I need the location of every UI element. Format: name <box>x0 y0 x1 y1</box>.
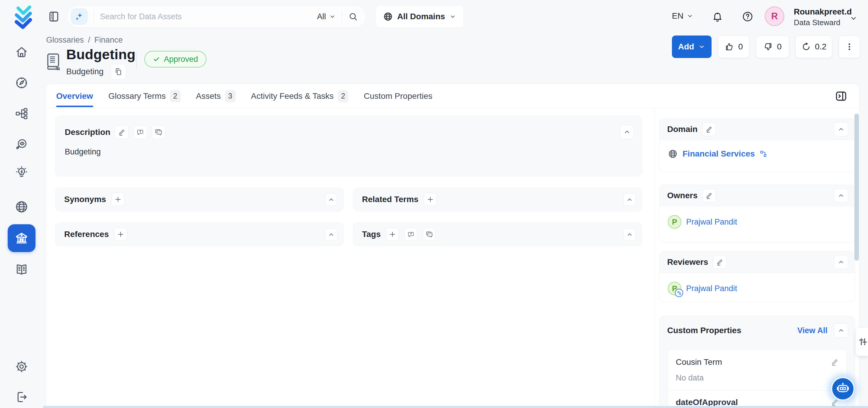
synonyms-label: Synonyms <box>64 195 106 204</box>
docked-widget-handle[interactable] <box>856 327 868 356</box>
upvote-button[interactable]: 0 <box>718 35 749 58</box>
compass-icon <box>15 76 28 90</box>
nav-logout[interactable] <box>14 390 29 404</box>
language-dropdown[interactable]: EN <box>672 11 693 21</box>
downvote-button[interactable]: 0 <box>756 35 789 58</box>
collapse-related-terms-button[interactable] <box>623 194 636 206</box>
chevron-up-icon <box>626 231 633 238</box>
global-search[interactable]: Search for Data Assets All <box>67 5 366 28</box>
nav-explore[interactable] <box>14 76 29 90</box>
search-scope-dropdown[interactable]: All <box>317 12 336 21</box>
nav-lineage[interactable] <box>14 107 29 121</box>
observability-icon <box>15 137 28 151</box>
domains-filter-dropdown[interactable]: All Domains <box>376 5 464 28</box>
tab-activity-feeds[interactable]: Activity Feeds & Tasks2 <box>251 84 349 108</box>
add-button[interactable]: Add <box>672 35 712 58</box>
edit-icon[interactable] <box>831 358 839 366</box>
version-button[interactable]: 0.2 <box>796 35 832 58</box>
request-tags-button[interactable] <box>404 228 417 241</box>
notifications-button[interactable] <box>711 10 724 23</box>
chevron-up-icon <box>328 231 335 238</box>
reviewer-name-link[interactable]: Prajwal Pandit <box>686 284 737 293</box>
status-label: Approved <box>164 55 198 64</box>
related-terms-card: Related Terms <box>353 187 642 211</box>
view-all-link[interactable]: View All <box>797 326 828 335</box>
collapse-synonyms-button[interactable] <box>325 194 337 206</box>
chevron-up-icon <box>838 327 845 334</box>
tab-assets[interactable]: Assets3 <box>196 84 236 108</box>
copy-name-button[interactable] <box>111 64 126 79</box>
collapse-references-button[interactable] <box>325 228 337 241</box>
tags-conversation-button[interactable] <box>423 228 436 241</box>
reviewers-card: Reviewers P Prajwal Pandit <box>659 251 855 302</box>
horizontal-scrollbar[interactable] <box>43 406 868 408</box>
chevron-down-icon <box>698 43 705 50</box>
owners-label: Owners <box>667 191 698 200</box>
chevron-up-icon <box>623 128 631 136</box>
more-actions-button[interactable] <box>839 35 860 58</box>
collapse-right-panel-button[interactable] <box>834 89 848 103</box>
governance-bank-icon <box>14 231 29 246</box>
sidebar-toggle-button[interactable] <box>47 10 60 23</box>
user-avatar[interactable]: R <box>765 6 784 26</box>
app-logo[interactable] <box>11 4 36 30</box>
home-icon <box>15 45 28 59</box>
nav-observability[interactable] <box>14 137 29 151</box>
insights-icon <box>15 165 28 179</box>
lineage-icon <box>15 107 28 120</box>
description-card: Description Budgeting <box>55 116 642 176</box>
help-button[interactable] <box>741 10 754 23</box>
nav-governance-active[interactable] <box>8 224 35 252</box>
sidebar-scrollbar[interactable] <box>855 114 859 261</box>
domain-value-link[interactable]: Financial Services <box>683 149 755 158</box>
reviewers-label: Reviewers <box>667 257 708 267</box>
edit-domain-button[interactable] <box>702 122 716 136</box>
collapse-custom-properties-button[interactable] <box>834 323 848 338</box>
breadcrumb-finance[interactable]: Finance <box>94 35 123 45</box>
collapse-description-button[interactable] <box>620 125 634 139</box>
chatbot-button[interactable] <box>831 377 855 401</box>
add-reference-button[interactable] <box>114 228 127 241</box>
tab-assets-count: 3 <box>225 90 236 103</box>
owner-name-link[interactable]: Prajwal Pandit <box>686 217 737 227</box>
add-related-term-button[interactable] <box>424 193 437 206</box>
edit-description-button[interactable] <box>115 125 129 139</box>
owners-card: Owners P Prajwal Pandit <box>659 185 855 243</box>
description-conversation-button[interactable] <box>152 125 165 139</box>
help-icon <box>742 11 753 23</box>
add-tag-button[interactable] <box>386 228 399 241</box>
nav-domains[interactable] <box>14 200 29 214</box>
link-icon[interactable] <box>760 150 767 158</box>
collapse-reviewers-button[interactable] <box>834 255 848 269</box>
plus-icon <box>114 196 122 203</box>
chevron-down-icon <box>849 14 858 23</box>
reviewer-link-badge <box>675 289 683 297</box>
search-icon[interactable] <box>348 11 358 22</box>
nav-settings[interactable] <box>14 359 29 374</box>
user-menu-caret[interactable] <box>849 14 858 23</box>
nav-insights[interactable] <box>14 165 29 179</box>
thumbs-down-icon <box>763 42 773 52</box>
request-description-button[interactable] <box>133 125 147 139</box>
conversation-icon <box>155 128 162 136</box>
collapse-domain-button[interactable] <box>834 122 848 137</box>
tab-glossary-terms[interactable]: Glossary Terms2 <box>108 84 181 108</box>
ai-sparkle-button[interactable] <box>71 8 88 25</box>
collapse-tags-button[interactable] <box>623 228 636 241</box>
edit-reviewers-button[interactable] <box>713 255 726 269</box>
collapse-owners-button[interactable] <box>834 188 848 203</box>
search-input[interactable]: Search for Data Assets <box>100 12 317 21</box>
nav-glossary[interactable] <box>14 263 29 277</box>
tab-overview[interactable]: Overview <box>56 84 93 108</box>
breadcrumb-separator: / <box>88 35 91 45</box>
user-menu[interactable]: Rounakpreet.d Data Steward <box>794 7 852 27</box>
edit-owners-button[interactable] <box>702 189 716 202</box>
edit-icon <box>705 125 713 133</box>
tab-custom-properties[interactable]: Custom Properties <box>364 84 432 108</box>
add-synonym-button[interactable] <box>112 193 125 206</box>
nav-home[interactable] <box>14 45 29 59</box>
domains-globe-icon <box>14 200 29 214</box>
breadcrumb-glossaries[interactable]: Glossaries <box>46 35 84 45</box>
globe-icon <box>668 149 678 159</box>
tab-glossary-terms-count: 2 <box>170 90 181 103</box>
